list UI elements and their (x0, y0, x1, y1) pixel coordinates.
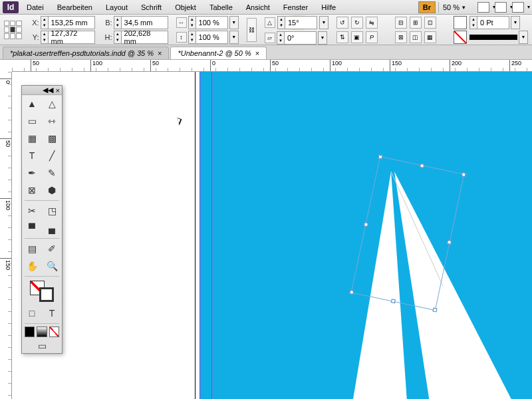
menu-bearbeiten[interactable]: Bearbeiten (52, 1, 98, 13)
menu-objekt[interactable]: Objekt (170, 1, 201, 13)
handle-bl[interactable] (349, 290, 354, 295)
align-icon-5[interactable]: ◫ (410, 31, 422, 43)
stroke-style[interactable] (469, 35, 517, 40)
menu-datei[interactable]: Datei (21, 1, 49, 13)
view-mode-1[interactable] (477, 2, 489, 13)
x-field[interactable]: ▲▼153,25 mm (41, 16, 95, 29)
path-type-icon[interactable]: P (366, 31, 378, 43)
pencil-tool[interactable]: ✎ (42, 164, 62, 182)
line-tool[interactable]: ╱ (42, 147, 62, 164)
canvas[interactable] (12, 72, 532, 399)
gap-tool[interactable]: ⇿ (42, 112, 62, 130)
w-label: B: (103, 19, 112, 27)
eyedropper-tool[interactable]: ✐ (42, 240, 62, 257)
content-collector-tool[interactable]: ▦ (22, 130, 42, 147)
stroke-weight-field[interactable]: ▲▼0 Pt (469, 16, 509, 29)
tab-2[interactable]: *Unbenannt-2 @ 50 %× (170, 47, 267, 59)
menu-fenster[interactable]: Fenster (278, 1, 313, 13)
workspace: 50 100 50 0 50 100 150 200 250 0 50 100 … (0, 60, 532, 399)
fill-stroke-control[interactable] (22, 278, 62, 305)
tab-close-2[interactable]: × (255, 49, 259, 57)
handle-bc[interactable] (391, 299, 396, 303)
rotation-dropdown[interactable]: ▼ (319, 16, 329, 29)
scissors-tool[interactable]: ✂ (22, 202, 42, 219)
free-transform-tool[interactable]: ◳ (42, 202, 62, 219)
fill-swatch[interactable] (454, 16, 467, 29)
rotation-field[interactable]: ▲▼15° (277, 16, 317, 29)
handle-tl[interactable] (378, 154, 382, 159)
width-field[interactable]: ▲▼34,5 mm (114, 16, 168, 29)
shear-icon: ▱ (265, 33, 275, 43)
menu-ansicht[interactable]: Ansicht (241, 1, 275, 13)
rectangle-tool[interactable]: ⬢ (42, 182, 62, 199)
page-tool[interactable]: ▭ (22, 112, 42, 130)
type-tool[interactable]: T (22, 147, 42, 164)
flip-v-icon[interactable]: ⇅ (336, 31, 348, 43)
align-icon-4[interactable]: ⊠ (395, 31, 407, 43)
ruler-vertical[interactable]: 0 50 100 150 (0, 72, 12, 399)
content-placer-tool[interactable]: ▩ (42, 130, 62, 147)
reference-point[interactable] (4, 21, 22, 39)
selection-tool[interactable]: ▲ (22, 95, 42, 112)
handle-ml[interactable] (364, 222, 368, 227)
view-mode-tool[interactable]: ▭ (22, 338, 62, 353)
ruler-horizontal[interactable]: 50 100 50 0 50 100 150 200 250 (12, 60, 532, 72)
zoom-level[interactable]: 50 % (438, 2, 469, 13)
scale-x-dropdown[interactable]: ▼ (229, 16, 239, 29)
hand-tool[interactable]: ✋ (22, 257, 42, 275)
view-mode-3[interactable] (512, 2, 524, 13)
apply-gradient[interactable] (37, 327, 47, 337)
flip-h-icon[interactable]: ⇋ (366, 17, 378, 29)
align-icon-1[interactable]: ⊟ (395, 17, 407, 29)
menu-layout[interactable]: Layout (100, 1, 133, 13)
stroke-swatch[interactable] (454, 31, 467, 44)
artwork (12, 72, 532, 399)
tools-panel-header[interactable]: ◀◀× (22, 86, 62, 95)
tab-close-1[interactable]: × (158, 49, 162, 57)
menu-schrift[interactable]: Schrift (136, 1, 167, 13)
note-tool[interactable]: ▤ (22, 240, 42, 257)
shear-field[interactable]: ▲▼0° (277, 31, 317, 45)
apply-none[interactable] (49, 327, 59, 337)
gradient-feather-tool[interactable]: ▄ (42, 219, 62, 237)
tools-panel[interactable]: ◀◀× ▲ △ ▭ ⇿ ▦ ▩ T ╱ ✒ ✎ ⊠ ⬢ ✂ ◳ ▀ ▄ ▤ ✐ … (21, 85, 63, 354)
gradient-swatch-tool[interactable]: ▀ (22, 219, 42, 237)
handle-tc[interactable] (420, 164, 424, 168)
document-tabs: *plakat-usertreffen-psdtutorials.indd @ … (0, 45, 532, 60)
align-icon-6[interactable]: ▦ (424, 31, 436, 43)
menu-tabelle[interactable]: Tabelle (204, 1, 238, 13)
bridge-button[interactable]: Br (418, 1, 436, 13)
height-field[interactable]: ▲▼202,628 mm (114, 31, 168, 44)
menu-hilfe[interactable]: Hilfe (316, 1, 341, 13)
stroke-style-dropdown[interactable]: ▼ (519, 31, 528, 44)
shear-dropdown[interactable]: ▼ (318, 31, 327, 45)
formatting-container-icon[interactable]: □ (22, 305, 42, 322)
align-icon-2[interactable]: ⊞ (410, 17, 422, 29)
view-mode-2[interactable] (495, 2, 507, 13)
pen-tool[interactable]: ✒ (22, 164, 42, 182)
apply-color-black[interactable] (25, 327, 35, 337)
rectangle-frame-tool[interactable]: ⊠ (22, 182, 42, 199)
close-icon[interactable]: × (56, 86, 60, 94)
view-mode-icons (472, 2, 529, 13)
align-icon-3[interactable]: ⊡ (424, 17, 436, 29)
handle-br[interactable] (432, 307, 437, 312)
rotate-cw-icon[interactable]: ↻ (351, 17, 363, 29)
scale-x-field[interactable]: ▲▼100 % (188, 16, 228, 29)
scale-y-field[interactable]: ▲▼100 % (188, 31, 228, 44)
formatting-text-icon[interactable]: T (42, 305, 62, 322)
stroke-weight-dropdown[interactable]: ▼ (511, 16, 520, 29)
transform-icons: ↺ ↻ ⇋ ⇅ ▣ P (336, 17, 387, 43)
arrange-icons: ⊟ ⊞ ⊡ ⊠ ◫ ▦ (395, 17, 446, 43)
zoom-tool[interactable]: 🔍 (42, 257, 62, 275)
handle-mr[interactable] (447, 240, 452, 245)
direct-selection-tool[interactable]: △ (42, 95, 62, 112)
tab-1[interactable]: *plakat-usertreffen-psdtutorials.indd @ … (3, 47, 169, 59)
collapse-icon[interactable]: ◀◀ (43, 86, 53, 94)
y-field[interactable]: ▲▼127,372 mm (41, 31, 95, 44)
rotate-ccw-icon[interactable]: ↺ (336, 17, 348, 29)
constrain-link-icon[interactable]: ⛓ (247, 18, 257, 42)
scale-y-dropdown[interactable]: ▼ (229, 31, 239, 44)
handle-tr[interactable] (462, 172, 466, 177)
select-container-icon[interactable]: ▣ (351, 31, 363, 43)
